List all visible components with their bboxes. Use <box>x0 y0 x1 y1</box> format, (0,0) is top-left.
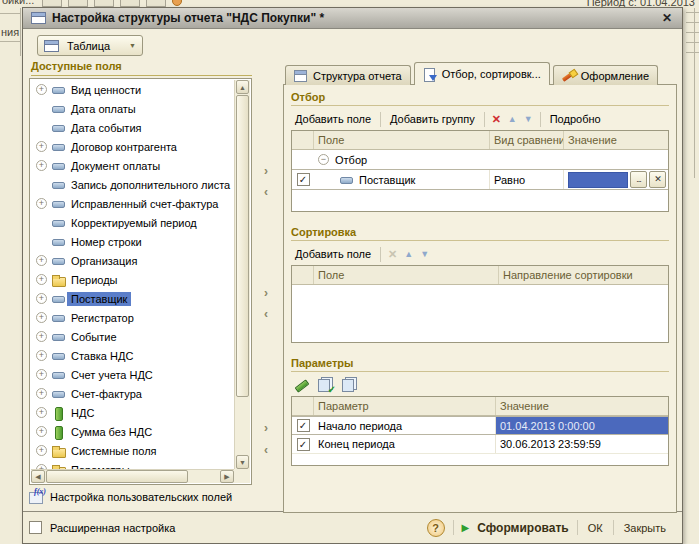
expand-icon[interactable]: + <box>36 255 47 266</box>
table-menu-button[interactable]: Таблица ▼ <box>37 35 143 56</box>
dialog-titlebar[interactable]: Настройка структуры отчета "НДС Покупки"… <box>23 8 682 29</box>
field-item[interactable]: +Параметры <box>31 460 234 469</box>
field-icon <box>340 174 354 186</box>
expand-icon[interactable]: + <box>36 388 47 399</box>
field-item[interactable]: +Периоды <box>31 270 234 289</box>
filter-comparison-value[interactable]: Равно <box>490 170 564 189</box>
window-icon <box>31 12 46 24</box>
expand-icon[interactable]: + <box>36 141 47 152</box>
filter-value-input[interactable] <box>568 172 628 188</box>
filter-table[interactable]: Поле Вид сравнения Значение − Отбор ✓ <box>291 130 669 212</box>
add-field-button[interactable]: Добавить поле <box>293 247 373 261</box>
sorting-table[interactable]: Поле Направление сортировки <box>291 265 669 343</box>
field-item[interactable]: +Счет учета НДС <box>31 365 234 384</box>
expand-icon[interactable]: + <box>36 84 47 95</box>
move-right-button[interactable]: › <box>258 164 274 180</box>
field-item[interactable]: +Системные поля <box>31 441 234 460</box>
tab-filter-sorting[interactable]: Отбор, сортировк... <box>414 62 550 85</box>
parameter-checkbox[interactable]: ✓ <box>297 419 310 432</box>
expand-icon[interactable]: + <box>36 445 47 456</box>
field-item[interactable]: Корректируемый период <box>31 213 234 232</box>
move-left-button[interactable]: ‹ <box>258 185 274 201</box>
filter-row-checkbox[interactable]: ✓ <box>297 173 310 186</box>
field-item[interactable]: Номер строки <box>31 232 234 251</box>
parameter-row-period-start[interactable]: ✓ Начало периода 01.04.2013 0:00:00 <box>292 416 668 435</box>
delete-icon[interactable]: ✕ <box>388 248 397 261</box>
scroll-right-icon[interactable]: ▶ <box>220 470 234 483</box>
scroll-left-icon[interactable]: ◀ <box>31 470 45 483</box>
available-fields-list[interactable]: +Вид ценности Дата оплаты Дата события +… <box>29 78 252 485</box>
parameter-value[interactable]: 30.06.2013 23:59:59 <box>496 435 668 453</box>
horizontal-scroll-thumb[interactable] <box>46 470 188 483</box>
scroll-down-icon[interactable]: ▼ <box>236 455 249 469</box>
field-item-label: Системные поля <box>71 445 157 457</box>
field-item[interactable]: Дата события <box>31 118 234 137</box>
move-left-button[interactable]: ‹ <box>258 307 274 323</box>
expand-icon[interactable]: + <box>36 293 47 304</box>
choose-value-button[interactable]: ... <box>630 171 647 188</box>
move-down-icon[interactable]: ▼ <box>524 114 533 124</box>
expand-icon[interactable]: + <box>36 369 47 380</box>
brush-icon <box>562 69 576 82</box>
move-left-button[interactable]: ‹ <box>258 443 274 459</box>
field-item-selected[interactable]: +Поставщик <box>31 289 234 308</box>
expand-icon[interactable]: + <box>36 312 47 323</box>
move-right-button[interactable]: › <box>258 421 274 437</box>
parameter-row-period-end[interactable]: ✓ Конец периода 30.06.2013 23:59:59 <box>292 435 668 454</box>
filter-group-row[interactable]: − Отбор <box>292 150 668 169</box>
expand-icon[interactable]: + <box>36 274 47 285</box>
field-item[interactable]: +НДС <box>31 403 234 422</box>
field-item[interactable]: +Ставка НДС <box>31 346 234 365</box>
edit-icon[interactable] <box>293 377 310 393</box>
details-button[interactable]: Подробно <box>548 112 603 126</box>
parameter-checkbox[interactable]: ✓ <box>297 438 310 451</box>
field-item[interactable]: +Документ оплаты <box>31 156 234 175</box>
field-item[interactable]: Запись дополнительного листа <box>31 175 234 194</box>
expand-icon[interactable]: + <box>36 350 47 361</box>
expand-icon[interactable]: + <box>36 160 47 171</box>
parameter-value[interactable]: 01.04.2013 0:00:00 <box>496 417 668 434</box>
scroll-up-icon[interactable]: ▲ <box>236 80 249 94</box>
expand-icon[interactable]: + <box>36 426 47 437</box>
sorting-table-header: Поле Направление сортировки <box>292 266 668 285</box>
advanced-settings-checkbox[interactable] <box>29 521 42 534</box>
parameters-table[interactable]: Параметр Значение ✓ Начало периода 01.04… <box>291 396 669 466</box>
move-down-icon[interactable]: ▼ <box>420 249 429 259</box>
field-item[interactable]: +Сумма без НДС <box>31 422 234 441</box>
generate-button[interactable]: Сформировать <box>477 521 568 535</box>
copy-settings-icon[interactable] <box>341 377 358 393</box>
close-icon[interactable]: ✕ <box>660 11 674 25</box>
add-group-button[interactable]: Добавить группу <box>388 112 477 126</box>
vertical-scroll-thumb[interactable] <box>236 95 249 397</box>
vertical-scrollbar[interactable]: ▲ ▼ <box>234 80 250 469</box>
apply-all-icon[interactable]: ✓ <box>317 377 334 393</box>
horizontal-scrollbar[interactable]: ◀ ▶ <box>31 469 234 483</box>
field-item[interactable]: +Вид ценности <box>31 80 234 99</box>
filter-row-supplier[interactable]: ✓ Поставщик Равно ... ✕ <box>292 169 668 190</box>
advanced-settings-label: Расширенная настройка <box>50 522 175 534</box>
move-right-button[interactable]: › <box>258 286 274 302</box>
field-item[interactable]: +Организация <box>31 251 234 270</box>
custom-fields-link[interactable]: f(x) Настройка пользовательских полей <box>29 489 232 504</box>
field-item[interactable]: +Счет-фактура <box>31 384 234 403</box>
move-up-icon[interactable]: ▲ <box>404 249 413 259</box>
tab-design[interactable]: Оформление <box>553 65 658 85</box>
delete-icon[interactable]: ✕ <box>492 113 501 126</box>
close-button[interactable]: Закрыть <box>622 522 668 534</box>
field-item[interactable]: +Регистратор <box>31 308 234 327</box>
field-item[interactable]: +Договор контрагента <box>31 137 234 156</box>
clear-value-button[interactable]: ✕ <box>649 171 666 188</box>
move-up-icon[interactable]: ▲ <box>508 114 517 124</box>
add-field-button[interactable]: Добавить поле <box>293 112 373 126</box>
expand-icon[interactable]: + <box>36 407 47 418</box>
expand-icon[interactable]: + <box>36 331 47 342</box>
collapse-icon[interactable]: − <box>318 154 329 165</box>
expand-icon[interactable]: + <box>36 198 47 209</box>
field-item[interactable]: +Исправленный счет-фактура <box>31 194 234 213</box>
filter-section-header: Отбор <box>291 91 669 106</box>
ok-button[interactable]: ОК <box>586 522 605 534</box>
help-icon[interactable]: ? <box>427 519 445 537</box>
field-item[interactable]: Дата оплаты <box>31 99 234 118</box>
tab-report-structure[interactable]: Структура отчета <box>285 65 411 85</box>
field-item[interactable]: +Событие <box>31 327 234 346</box>
